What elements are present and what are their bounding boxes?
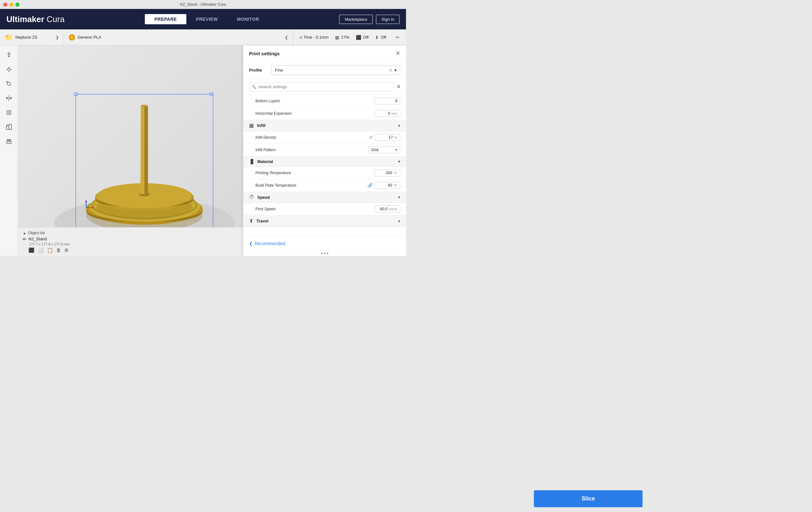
search-input[interactable]	[249, 82, 394, 91]
svg-point-1	[8, 68, 10, 71]
horizontal-expansion-label: Horizontal Expansion	[249, 111, 375, 116]
horizontal-expansion-value[interactable]: 0 mm	[375, 110, 400, 117]
infill-pattern-chevron[interactable]: ▾	[396, 148, 397, 152]
infill-density-value[interactable]: 17 %	[375, 134, 400, 141]
nav-right: Marketplace Sign in	[339, 15, 400, 24]
adhesion-setting[interactable]: ⬇ Off	[375, 35, 386, 40]
object-list-header[interactable]: ▲ Object list	[23, 231, 238, 235]
printer-chevron[interactable]: ❯	[56, 35, 59, 40]
dot-2	[324, 252, 325, 254]
tool-scale[interactable]	[3, 63, 16, 76]
tool-permodel[interactable]	[3, 120, 16, 133]
link-icon[interactable]: 🔗	[367, 183, 373, 188]
printer-name: Neptune 2S	[16, 35, 37, 40]
recommended-button[interactable]: ❮ Recommended	[249, 241, 285, 246]
material-name: Generic PLA	[78, 35, 102, 40]
settings-menu-icon[interactable]: ≡	[397, 83, 400, 90]
svg-point-2	[7, 82, 10, 85]
infill-chevron: ▾	[398, 123, 400, 128]
tool-support[interactable]	[3, 106, 16, 119]
topnav: Ultimaker Cura PREPARE PREVIEW MONITOR M…	[0, 9, 406, 29]
material-chevron[interactable]: ❮	[285, 35, 288, 40]
object-name-row: ✏ N2_Stand	[23, 237, 238, 242]
tab-prepare[interactable]: PREPARE	[145, 14, 186, 24]
build-plate-temp-value[interactable]: 60 °C	[375, 182, 400, 189]
maximize-button[interactable]	[16, 3, 20, 7]
minimize-button[interactable]	[9, 3, 13, 7]
nav-tabs: PREPARE PREVIEW MONITOR	[74, 14, 339, 24]
printing-temp-row: Printing Temperature 200 °C	[243, 167, 406, 179]
svg-rect-10	[9, 124, 11, 129]
object-dimensions: 177.7 x 177.8 x 177.8 mm	[29, 242, 238, 246]
print-speed-value[interactable]: 60.0 mm/s	[375, 206, 400, 213]
printer-selector[interactable]: 📁 Neptune 2S ❯	[0, 29, 64, 45]
material-section-header[interactable]: ▐▌ Material ▾	[243, 156, 406, 167]
center-icon[interactable]: ⬛	[28, 247, 34, 253]
bottom-layers-value[interactable]: 8	[375, 97, 400, 104]
infill-density-label: Infill Density	[249, 135, 369, 140]
app-logo: Ultimaker Cura	[6, 14, 65, 24]
close-button[interactable]	[3, 3, 7, 7]
support-setting[interactable]: ⬛ Off	[356, 35, 369, 40]
infill-setting[interactable]: ▦ 17%	[335, 35, 349, 40]
tool-mirror[interactable]	[3, 92, 16, 104]
print-settings-title: Print settings	[249, 51, 280, 56]
infill-pattern-value[interactable]: Grid ▾	[368, 146, 400, 153]
bottom-bar: ▲ Object list ✏ N2_Stand 177.7 x 177.8 x…	[18, 227, 243, 256]
printing-temp-value[interactable]: 200 °C	[375, 170, 400, 176]
3d-model-view	[34, 61, 243, 229]
quality-setting[interactable]: ≡ Fine - 0.1mm	[299, 35, 329, 40]
left-sidebar	[0, 46, 18, 256]
edit-settings-icon[interactable]: ✏	[396, 35, 400, 40]
bottom-layers-label: Bottom Layers	[249, 99, 375, 103]
settings-list: Bottom Layers 8 Horizontal Expansion 0 m…	[243, 95, 406, 236]
svg-point-49	[141, 104, 148, 107]
reset-icon[interactable]: ↺	[369, 135, 373, 140]
signin-button[interactable]: Sign in	[376, 15, 400, 24]
infill-density-row: Infill Density ↺ 17 %	[243, 131, 406, 144]
duplicate-icon[interactable]: ⬜	[38, 247, 44, 253]
profile-selector: Profile Fine ☆ ▾	[243, 62, 406, 79]
collapse-icon[interactable]: ▲	[23, 231, 26, 235]
travel-section-label: Travel	[256, 219, 398, 223]
infill-section-header[interactable]: ▦ Infill ▾	[243, 120, 406, 131]
svg-marker-5	[9, 97, 11, 99]
search-bar: 🔍 ≡	[243, 79, 406, 95]
profile-chevron-icon[interactable]: ▾	[395, 68, 397, 72]
edit-name-icon[interactable]: ✏	[23, 237, 27, 242]
recommended-chevron-icon: ❮	[249, 241, 253, 246]
material-section-icon: ▐▌	[249, 159, 254, 164]
printer-icon: 📁	[5, 34, 13, 41]
svg-marker-58	[85, 200, 87, 202]
horizontal-expansion-row: Horizontal Expansion 0 mm	[243, 108, 406, 120]
material-selector[interactable]: 1 Generic PLA ❮	[64, 29, 293, 45]
app-name-light: Cura	[45, 14, 65, 24]
tab-monitor[interactable]: MONITOR	[227, 14, 268, 24]
profile-dropdown[interactable]: Fine ☆ ▾	[271, 65, 400, 75]
profile-label: Profile	[249, 68, 268, 72]
support-icon: ⬛	[356, 35, 361, 40]
infill-section-icon: ▦	[249, 122, 254, 128]
viewport[interactable]: ▲ Object list ✏ N2_Stand 177.7 x 177.8 x…	[18, 46, 243, 256]
tool-rotate[interactable]	[3, 77, 16, 90]
adhesion-label: Off	[381, 35, 386, 40]
travel-chevron: ▾	[398, 219, 400, 224]
svg-rect-6	[7, 111, 11, 114]
travel-section-header[interactable]: ⬆ Travel ▾	[243, 215, 406, 227]
tool-seam[interactable]	[3, 135, 16, 148]
build-plate-temp-label: Build Plate Temperature	[249, 183, 367, 188]
marketplace-button[interactable]: Marketplace	[339, 15, 373, 24]
tab-preview[interactable]: PREVIEW	[186, 14, 227, 24]
profile-value: Fine	[275, 68, 283, 72]
close-settings-button[interactable]: ✕	[396, 50, 400, 57]
tool-move[interactable]	[3, 49, 16, 61]
speed-section-header[interactable]: ⏱ Speed ▾	[243, 192, 406, 203]
delete-icon[interactable]: 🗑	[56, 247, 61, 253]
settings-icon[interactable]: ⚙	[64, 247, 68, 253]
window-controls[interactable]	[3, 3, 20, 7]
star-icon: ☆	[389, 68, 393, 72]
copy-icon[interactable]: 📋	[47, 247, 53, 253]
recommended-label: Recommended	[255, 241, 285, 246]
material-chevron: ▾	[398, 159, 400, 164]
search-icon: 🔍	[252, 85, 256, 89]
